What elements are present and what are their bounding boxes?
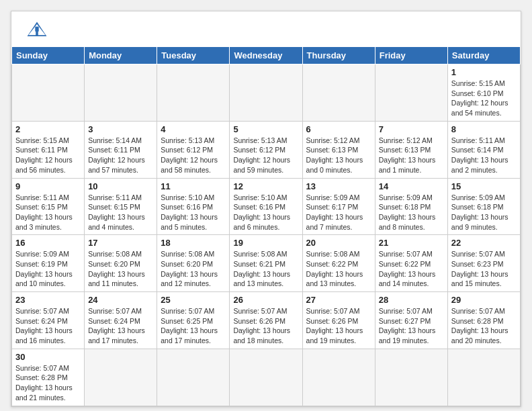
col-header-monday: Monday <box>85 47 157 64</box>
day-info: Sunrise: 5:11 AM Sunset: 6:14 PM Dayligh… <box>451 136 517 175</box>
calendar-cell: 26Sunrise: 5:07 AM Sunset: 6:26 PM Dayli… <box>230 292 302 349</box>
calendar-cell: 22Sunrise: 5:07 AM Sunset: 6:23 PM Dayli… <box>447 235 520 292</box>
calendar-cell: 14Sunrise: 5:09 AM Sunset: 6:18 PM Dayli… <box>375 178 447 235</box>
col-header-tuesday: Tuesday <box>157 47 230 64</box>
day-info: Sunrise: 5:08 AM Sunset: 6:20 PM Dayligh… <box>161 249 226 289</box>
calendar-cell: 3Sunrise: 5:14 AM Sunset: 6:11 PM Daylig… <box>85 121 157 178</box>
day-number: 17 <box>88 238 153 248</box>
day-number: 28 <box>379 295 444 305</box>
day-info: Sunrise: 5:08 AM Sunset: 6:22 PM Dayligh… <box>306 249 371 289</box>
day-info: Sunrise: 5:07 AM Sunset: 6:24 PM Dayligh… <box>15 306 81 346</box>
day-info: Sunrise: 5:10 AM Sunset: 6:16 PM Dayligh… <box>233 193 298 232</box>
day-info: Sunrise: 5:13 AM Sunset: 6:12 PM Dayligh… <box>161 136 226 175</box>
calendar-cell: 20Sunrise: 5:08 AM Sunset: 6:22 PM Dayli… <box>302 235 375 292</box>
day-number: 26 <box>233 295 298 305</box>
calendar-cell: 2Sunrise: 5:15 AM Sunset: 6:11 PM Daylig… <box>12 121 85 178</box>
day-number: 24 <box>88 295 153 305</box>
calendar-week-5: 23Sunrise: 5:07 AM Sunset: 6:24 PM Dayli… <box>12 292 521 349</box>
day-number: 1 <box>451 67 517 77</box>
day-number: 20 <box>306 238 371 248</box>
calendar-week-6: 30Sunrise: 5:07 AM Sunset: 6:28 PM Dayli… <box>12 349 521 406</box>
day-info: Sunrise: 5:07 AM Sunset: 6:28 PM Dayligh… <box>451 306 517 346</box>
logo-icon <box>25 18 49 42</box>
calendar-cell: 10Sunrise: 5:11 AM Sunset: 6:15 PM Dayli… <box>85 178 157 235</box>
col-header-friday: Friday <box>375 47 447 64</box>
col-header-sunday: Sunday <box>12 47 85 64</box>
day-info: Sunrise: 5:11 AM Sunset: 6:15 PM Dayligh… <box>15 193 81 232</box>
day-info: Sunrise: 5:07 AM Sunset: 6:27 PM Dayligh… <box>379 306 444 346</box>
calendar-cell: 25Sunrise: 5:07 AM Sunset: 6:25 PM Dayli… <box>157 292 230 349</box>
calendar-cell: 4Sunrise: 5:13 AM Sunset: 6:12 PM Daylig… <box>157 121 230 178</box>
calendar-cell: 19Sunrise: 5:08 AM Sunset: 6:21 PM Dayli… <box>230 235 302 292</box>
calendar-cell: 17Sunrise: 5:08 AM Sunset: 6:20 PM Dayli… <box>85 235 157 292</box>
col-header-saturday: Saturday <box>447 47 520 64</box>
day-info: Sunrise: 5:09 AM Sunset: 6:17 PM Dayligh… <box>306 193 371 232</box>
calendar-table: SundayMondayTuesdayWednesdayThursdayFrid… <box>11 46 521 406</box>
day-info: Sunrise: 5:07 AM Sunset: 6:28 PM Dayligh… <box>15 363 81 403</box>
calendar-cell: 15Sunrise: 5:09 AM Sunset: 6:18 PM Dayli… <box>447 178 520 235</box>
calendar-week-2: 2Sunrise: 5:15 AM Sunset: 6:11 PM Daylig… <box>12 121 521 178</box>
day-info: Sunrise: 5:07 AM Sunset: 6:26 PM Dayligh… <box>233 306 298 346</box>
calendar-week-3: 9Sunrise: 5:11 AM Sunset: 6:15 PM Daylig… <box>12 178 521 235</box>
day-info: Sunrise: 5:07 AM Sunset: 6:22 PM Dayligh… <box>379 249 444 289</box>
day-info: Sunrise: 5:14 AM Sunset: 6:11 PM Dayligh… <box>88 136 153 175</box>
calendar-cell: 6Sunrise: 5:12 AM Sunset: 6:13 PM Daylig… <box>302 121 375 178</box>
day-number: 18 <box>161 238 226 248</box>
calendar-cell: 5Sunrise: 5:13 AM Sunset: 6:12 PM Daylig… <box>230 121 302 178</box>
day-number: 13 <box>306 181 371 191</box>
day-info: Sunrise: 5:15 AM Sunset: 6:11 PM Dayligh… <box>15 136 81 175</box>
day-number: 4 <box>161 124 226 134</box>
calendar-cell: 28Sunrise: 5:07 AM Sunset: 6:27 PM Dayli… <box>375 292 447 349</box>
calendar-cell: 1Sunrise: 5:15 AM Sunset: 6:10 PM Daylig… <box>447 64 520 122</box>
calendar-cell: 18Sunrise: 5:08 AM Sunset: 6:20 PM Dayli… <box>157 235 230 292</box>
calendar-cell: 30Sunrise: 5:07 AM Sunset: 6:28 PM Dayli… <box>12 349 85 406</box>
calendar-cell: 24Sunrise: 5:07 AM Sunset: 6:24 PM Dayli… <box>85 292 157 349</box>
day-number: 25 <box>161 295 226 305</box>
calendar-cell: 9Sunrise: 5:11 AM Sunset: 6:15 PM Daylig… <box>12 178 85 235</box>
day-number: 14 <box>379 181 444 191</box>
day-info: Sunrise: 5:15 AM Sunset: 6:10 PM Dayligh… <box>451 79 517 118</box>
day-info: Sunrise: 5:10 AM Sunset: 6:16 PM Dayligh… <box>161 193 226 232</box>
calendar-cell <box>85 349 157 406</box>
calendar-cell <box>375 64 447 122</box>
day-info: Sunrise: 5:11 AM Sunset: 6:15 PM Dayligh… <box>88 193 153 232</box>
day-number: 9 <box>15 181 81 191</box>
calendar-cell <box>230 64 302 122</box>
calendar-cell: 23Sunrise: 5:07 AM Sunset: 6:24 PM Dayli… <box>12 292 85 349</box>
day-info: Sunrise: 5:08 AM Sunset: 6:20 PM Dayligh… <box>88 249 153 289</box>
day-number: 7 <box>379 124 444 134</box>
day-number: 10 <box>88 181 153 191</box>
calendar-cell: 16Sunrise: 5:09 AM Sunset: 6:19 PM Dayli… <box>12 235 85 292</box>
day-number: 23 <box>15 295 81 305</box>
calendar-cell <box>447 349 520 406</box>
calendar-header <box>11 11 521 46</box>
day-info: Sunrise: 5:09 AM Sunset: 6:18 PM Dayligh… <box>379 193 444 232</box>
calendar-cell: 21Sunrise: 5:07 AM Sunset: 6:22 PM Dayli… <box>375 235 447 292</box>
day-info: Sunrise: 5:07 AM Sunset: 6:24 PM Dayligh… <box>88 306 153 346</box>
col-header-thursday: Thursday <box>302 47 375 64</box>
calendar-cell: 7Sunrise: 5:12 AM Sunset: 6:13 PM Daylig… <box>375 121 447 178</box>
day-info: Sunrise: 5:09 AM Sunset: 6:18 PM Dayligh… <box>451 193 517 232</box>
day-number: 16 <box>15 238 81 248</box>
logo <box>25 18 52 42</box>
calendar-cell <box>375 349 447 406</box>
day-info: Sunrise: 5:13 AM Sunset: 6:12 PM Dayligh… <box>233 136 298 175</box>
day-info: Sunrise: 5:08 AM Sunset: 6:21 PM Dayligh… <box>233 249 298 289</box>
day-info: Sunrise: 5:09 AM Sunset: 6:19 PM Dayligh… <box>15 249 81 289</box>
calendar-cell: 29Sunrise: 5:07 AM Sunset: 6:28 PM Dayli… <box>447 292 520 349</box>
day-info: Sunrise: 5:07 AM Sunset: 6:25 PM Dayligh… <box>161 306 226 346</box>
day-number: 8 <box>451 124 517 134</box>
day-number: 6 <box>306 124 371 134</box>
day-info: Sunrise: 5:12 AM Sunset: 6:13 PM Dayligh… <box>306 136 371 175</box>
day-number: 29 <box>451 295 517 305</box>
day-number: 30 <box>15 352 81 362</box>
col-header-wednesday: Wednesday <box>230 47 302 64</box>
day-number: 3 <box>88 124 153 134</box>
calendar-cell: 11Sunrise: 5:10 AM Sunset: 6:16 PM Dayli… <box>157 178 230 235</box>
calendar-cell: 8Sunrise: 5:11 AM Sunset: 6:14 PM Daylig… <box>447 121 520 178</box>
day-info: Sunrise: 5:07 AM Sunset: 6:26 PM Dayligh… <box>306 306 371 346</box>
calendar-cell: 13Sunrise: 5:09 AM Sunset: 6:17 PM Dayli… <box>302 178 375 235</box>
day-number: 22 <box>451 238 517 248</box>
day-info: Sunrise: 5:12 AM Sunset: 6:13 PM Dayligh… <box>379 136 444 175</box>
day-number: 15 <box>451 181 517 191</box>
